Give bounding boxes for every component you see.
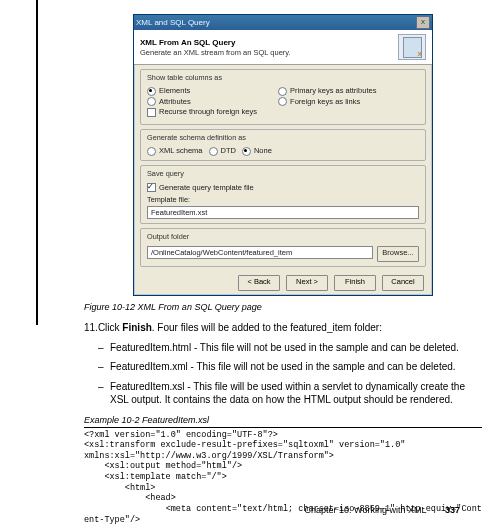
template-file-input[interactable]: FeaturedItem.xst xyxy=(147,206,419,219)
example-caption: Example 10-2 FeaturedItem.xsl xyxy=(84,415,482,428)
group-schema-def: Generate schema definition as XML schema… xyxy=(140,129,426,162)
bullet-1: FeaturedItem.html - This file will not b… xyxy=(98,341,482,355)
radio-attributes-label: Attributes xyxy=(159,97,191,108)
dialog-titlebar: XML and SQL Query x xyxy=(134,15,432,30)
xml-file-icon xyxy=(398,34,426,60)
check-gen-template[interactable] xyxy=(147,183,156,192)
radio-none[interactable] xyxy=(242,147,251,156)
next-button[interactable]: Next > xyxy=(286,275,328,291)
radio-pk-attr-label: Primary keys as attributes xyxy=(290,86,376,97)
back-button[interactable]: < Back xyxy=(238,275,280,291)
radio-dtd[interactable] xyxy=(209,147,218,156)
group2-legend: Generate schema definition as xyxy=(145,133,248,143)
bullet-2: FeaturedItem.xml - This file will not be… xyxy=(98,360,482,374)
banner-subtitle: Generate an XML stream from an SQL query… xyxy=(140,48,291,57)
dialog-button-row: < Back Next > Finish Cancel xyxy=(134,271,432,295)
cancel-button[interactable]: Cancel xyxy=(382,275,424,291)
output-folder-input[interactable]: /OnlineCatalog/WebContent/featured_item xyxy=(147,246,373,259)
radio-elements[interactable] xyxy=(147,87,156,96)
banner-title: XML From An SQL Query xyxy=(140,38,291,47)
template-file-label: Template file: xyxy=(147,195,419,205)
group-show-columns: Show table columns as Elements Attribute… xyxy=(140,69,426,125)
bullet-3: FeaturedItem.xsl - This file will be use… xyxy=(98,380,482,407)
group-legend: Show table columns as xyxy=(145,73,224,83)
radio-xml-schema[interactable] xyxy=(147,147,156,156)
browse-button[interactable]: Browse... xyxy=(377,246,419,262)
dialog-window: XML and SQL Query x XML From An SQL Quer… xyxy=(133,14,433,296)
radio-pk-attr[interactable] xyxy=(278,87,287,96)
page-footer: Chapter 10. Working with XML 337 xyxy=(305,505,460,515)
check-recurse[interactable] xyxy=(147,108,156,117)
bullet-list: FeaturedItem.html - This file will not b… xyxy=(98,341,482,407)
footer-chapter: Chapter 10. Working with XML xyxy=(305,505,427,515)
group4-legend: Output folder xyxy=(145,232,191,242)
finish-button[interactable]: Finish xyxy=(334,275,376,291)
radio-fk-links[interactable] xyxy=(278,97,287,106)
radio-attributes[interactable] xyxy=(147,97,156,106)
dialog-banner: XML From An SQL Query Generate an XML st… xyxy=(134,30,432,65)
footer-page: 337 xyxy=(445,505,460,515)
dialog-title: XML and SQL Query xyxy=(136,18,416,27)
step-11: 11.Click Finish. Four files will be adde… xyxy=(84,322,482,333)
radio-fk-links-label: Foreign keys as links xyxy=(290,97,360,108)
radio-elements-label: Elements xyxy=(159,86,190,97)
figure-caption: Figure 10-12 XML From an SQL Query page xyxy=(84,302,482,312)
group-output: Output folder /OnlineCatalog/WebContent/… xyxy=(140,228,426,266)
check-recurse-label: Recurse through foreign keys xyxy=(159,107,257,118)
close-icon[interactable]: x xyxy=(416,16,430,29)
group-save-query: Save query Generate query template file … xyxy=(140,165,426,224)
group3-legend: Save query xyxy=(145,169,186,179)
